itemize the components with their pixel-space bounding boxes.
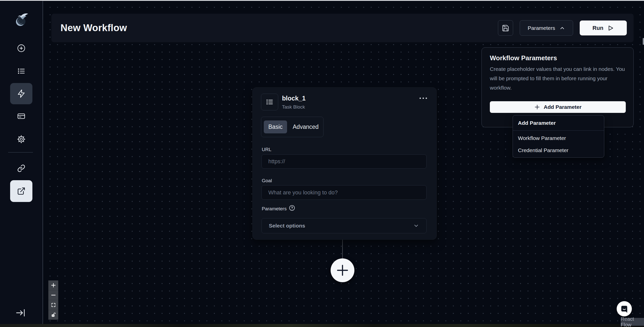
parameters-button-label: Parameters <box>528 25 555 31</box>
block-type-icon-box <box>261 94 278 110</box>
sidebar-item-external[interactable] <box>10 180 32 202</box>
workflow-editor: New Workflow Parameters Run block_1 Task… <box>0 0 644 327</box>
select-placeholder: Select options <box>269 223 305 229</box>
sidebar-divider <box>8 152 33 153</box>
plus-icon <box>534 104 540 110</box>
attribution-label: React Flow <box>621 316 644 327</box>
run-button[interactable]: Run <box>580 21 627 35</box>
arrow-to-bar-icon <box>16 309 26 317</box>
add-parameter-button[interactable]: Add Parameter <box>490 101 626 113</box>
goal-input[interactable] <box>261 185 427 200</box>
canvas-controls <box>48 280 58 320</box>
chat-bubble-icon <box>620 304 629 313</box>
lightning-icon <box>17 89 26 98</box>
menu-item-workflow-parameter[interactable]: Workflow Parameter <box>513 132 604 144</box>
save-icon <box>502 24 509 32</box>
sidebar-item-workflows[interactable] <box>10 83 32 104</box>
panel-title: Workflow Parameters <box>490 54 557 62</box>
panel-description: Create placeholder values that you can l… <box>490 64 630 92</box>
zoom-out-button[interactable] <box>48 290 58 300</box>
plus-icon <box>336 264 349 277</box>
skyvern-logo[interactable] <box>13 12 29 28</box>
chat-widget-button[interactable] <box>617 301 632 316</box>
plus-icon <box>51 282 56 288</box>
block-title: block_1 <box>282 95 306 102</box>
link-icon[interactable] <box>17 164 25 172</box>
url-label: URL <box>262 147 271 152</box>
external-link-icon <box>17 187 26 195</box>
sidebar <box>0 1 43 324</box>
zoom-in-button[interactable] <box>48 280 58 290</box>
desktop-edge-strip <box>0 324 644 327</box>
list-icon <box>266 98 273 106</box>
add-block-node[interactable] <box>331 258 354 282</box>
gear-icon[interactable] <box>17 135 26 144</box>
tab-basic[interactable]: Basic <box>264 120 287 133</box>
url-input[interactable] <box>261 154 427 169</box>
ellipsis-icon <box>419 97 428 100</box>
workflow-header: New Workflow Parameters Run <box>51 14 634 42</box>
credit-card-icon[interactable] <box>17 112 25 120</box>
parameters-label: Parameters <box>262 206 287 212</box>
tab-advanced[interactable]: Advanced <box>288 120 323 133</box>
header-actions: Parameters Run <box>498 14 627 42</box>
sidebar-expand-button[interactable] <box>15 307 27 318</box>
page-title: New Workflow <box>61 23 127 33</box>
chevron-down-icon <box>413 223 419 229</box>
react-flow-attribution[interactable]: React Flow <box>621 318 644 326</box>
parameters-select[interactable]: Select options <box>261 218 427 233</box>
chevron-up-icon <box>559 25 565 31</box>
run-button-label: Run <box>593 25 603 31</box>
create-new-icon[interactable] <box>17 44 26 52</box>
add-parameter-menu: Add Parameter Workflow Parameter Credent… <box>513 115 604 158</box>
save-button[interactable] <box>498 20 513 36</box>
lock-toggle-button[interactable] <box>48 310 58 320</box>
fit-view-button[interactable] <box>48 300 58 310</box>
fit-view-icon <box>51 302 56 308</box>
list-icon[interactable] <box>17 67 25 75</box>
play-icon <box>607 25 614 31</box>
menu-header: Add Parameter <box>513 115 604 131</box>
block-tabs: Basic Advanced <box>261 117 324 137</box>
scrollbar-thumb[interactable] <box>643 38 644 45</box>
task-block-card[interactable]: block_1 Task Block Basic Advanced URL Go… <box>252 87 437 240</box>
block-subtitle: Task Block <box>282 104 305 110</box>
help-icon[interactable] <box>289 205 295 212</box>
workflow-edge <box>342 239 343 259</box>
menu-item-credential-parameter[interactable]: Credential Parameter <box>513 144 604 156</box>
goal-label: Goal <box>262 178 272 183</box>
parameters-toggle-button[interactable]: Parameters <box>520 20 573 36</box>
add-parameter-label: Add Parameter <box>544 104 581 110</box>
unlock-icon <box>51 312 56 317</box>
block-menu-button[interactable] <box>419 96 428 101</box>
minus-icon <box>51 292 56 298</box>
